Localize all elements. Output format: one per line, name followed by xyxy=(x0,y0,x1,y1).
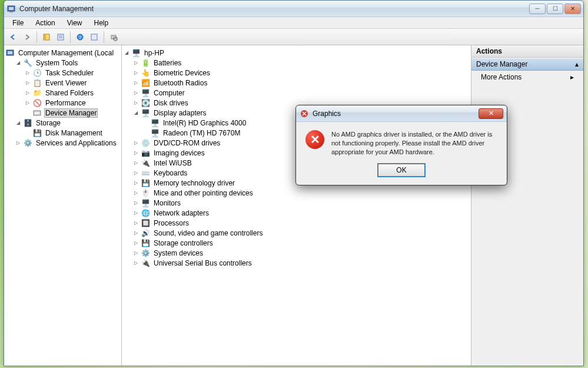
device-category[interactable]: ▷⚙️System devices xyxy=(132,248,470,258)
expand-icon[interactable]: ▷ xyxy=(132,79,139,87)
maximize-button[interactable]: ☐ xyxy=(547,4,563,14)
expand-icon[interactable]: ▷ xyxy=(132,150,139,157)
menu-help[interactable]: Help xyxy=(88,18,115,28)
category-icon: 🔋 xyxy=(141,58,150,68)
tree-performance[interactable]: ▷🚫Performance xyxy=(24,98,120,108)
tree-system-tools[interactable]: ◢ 🔧 System Tools xyxy=(15,58,120,68)
close-button[interactable]: ✕ xyxy=(564,4,581,14)
expand-icon[interactable]: ▷ xyxy=(132,100,139,107)
tree-shared-folders[interactable]: ▷📁Shared Folders xyxy=(24,88,120,98)
collapse-icon[interactable]: ◢ xyxy=(15,120,22,127)
collapse-icon[interactable]: ◢ xyxy=(15,59,22,67)
tree-label: Universal Serial Bus controllers xyxy=(152,259,253,267)
minimize-button[interactable]: ─ xyxy=(529,4,546,14)
refresh-button[interactable] xyxy=(88,31,101,44)
menubar: File Action View Help xyxy=(4,17,583,29)
tree-label: Imaging devices xyxy=(152,149,206,157)
expand-icon[interactable]: ▷ xyxy=(132,240,139,247)
actions-section-header[interactable]: Device Manager ▴ xyxy=(471,58,583,71)
collapse-icon[interactable]: ◢ xyxy=(132,110,139,117)
menu-view[interactable]: View xyxy=(61,18,88,28)
device-category[interactable]: ▷📶Bluetooth Radios xyxy=(132,78,470,88)
svg-rect-14 xyxy=(8,51,12,54)
properties-button[interactable] xyxy=(54,31,67,44)
category-icon: 🔊 xyxy=(141,228,150,238)
disk-icon: 💾 xyxy=(32,128,42,138)
tree-root[interactable]: Computer Management (Local xyxy=(5,48,120,58)
expand-icon[interactable]: ▷ xyxy=(132,200,139,207)
device-category[interactable]: ▷🖱️Mice and other pointing devices xyxy=(132,188,470,198)
device-category[interactable]: ▷🔌Universal Serial Bus controllers xyxy=(132,258,470,268)
tree-disk-management[interactable]: 💾Disk Management xyxy=(24,128,120,138)
tree-label: Keyboards xyxy=(152,169,188,177)
tree-label: Shared Folders xyxy=(44,89,95,97)
collapse-up-icon[interactable]: ▴ xyxy=(575,60,579,68)
console-tree-pane[interactable]: Computer Management (Local ◢ 🔧 System To… xyxy=(4,45,122,366)
menu-action[interactable]: Action xyxy=(29,18,61,28)
tree-label: hp-HP xyxy=(143,49,165,57)
expand-icon[interactable]: ▷ xyxy=(132,180,139,187)
category-icon: 📶 xyxy=(141,78,150,88)
expand-icon[interactable]: ▷ xyxy=(132,220,139,227)
collapse-icon[interactable]: ◢ xyxy=(123,49,130,57)
device-category[interactable]: ▷🌐Network adapters xyxy=(132,208,470,218)
device-category[interactable]: ▷🔲Processors xyxy=(132,218,470,228)
folder-icon: 📁 xyxy=(32,88,42,98)
svg-rect-4 xyxy=(44,34,46,40)
console-tree[interactable]: Computer Management (Local ◢ 🔧 System To… xyxy=(5,48,120,148)
svg-rect-5 xyxy=(58,34,64,40)
expand-icon[interactable]: ▷ xyxy=(132,69,139,77)
ok-button[interactable]: OK xyxy=(378,164,425,177)
device-root[interactable]: ◢ 🖥️ hp-HP xyxy=(123,48,470,58)
device-category[interactable]: ▷🖥️Computer xyxy=(132,88,470,98)
computer-icon: 🖥️ xyxy=(131,48,141,58)
menu-file[interactable]: File xyxy=(6,18,29,28)
expand-icon[interactable]: ▷ xyxy=(132,89,139,97)
expand-icon[interactable]: ▷ xyxy=(132,190,139,197)
expand-icon[interactable]: ▷ xyxy=(24,69,31,77)
help-button[interactable]: ? xyxy=(74,31,87,44)
expand-icon[interactable]: ▷ xyxy=(132,250,139,257)
expand-icon[interactable]: ▷ xyxy=(15,140,22,147)
dialog-titlebar[interactable]: Graphics ✕ xyxy=(296,105,507,122)
expand-icon[interactable]: ▷ xyxy=(132,160,139,167)
device-category[interactable]: ▷🔊Sound, video and game controllers xyxy=(132,228,470,238)
titlebar[interactable]: Computer Management ─ ☐ ✕ xyxy=(4,1,583,17)
expand-icon[interactable]: ▷ xyxy=(132,59,139,67)
tree-label: System Tools xyxy=(35,59,79,67)
category-icon: 🖥️ xyxy=(141,108,150,118)
device-category[interactable]: ▷🔋Batteries xyxy=(132,58,470,68)
expand-icon[interactable]: ▷ xyxy=(132,260,139,267)
expand-icon[interactable]: ▷ xyxy=(24,100,31,107)
device-tree-pane[interactable]: ◢ 🖥️ hp-HP ▷🔋Batteries▷👆Biometric Device… xyxy=(122,45,471,366)
storage-icon: 🗄️ xyxy=(23,118,32,128)
device-category[interactable]: ▷👆Biometric Devices xyxy=(132,68,470,78)
expand-icon[interactable]: ▷ xyxy=(24,79,31,87)
show-hide-tree-button[interactable] xyxy=(40,31,53,44)
expand-icon[interactable]: ▷ xyxy=(132,140,139,147)
action-more[interactable]: More Actions ▸ xyxy=(471,71,583,84)
dialog-message: No AMD graphics driver is installed, or … xyxy=(331,130,497,157)
category-icon: 📷 xyxy=(141,148,150,158)
tree-event-viewer[interactable]: ▷📋Event Viewer xyxy=(24,78,120,88)
tree-label: Services and Applications xyxy=(35,139,118,147)
app-icon xyxy=(6,4,16,14)
category-icon: 🔌 xyxy=(141,258,150,268)
tree-storage[interactable]: ◢ 🗄️ Storage xyxy=(15,118,120,128)
back-button[interactable] xyxy=(6,31,19,44)
device-category[interactable]: ▷🖥️Monitors xyxy=(132,198,470,208)
scan-hardware-button[interactable] xyxy=(107,31,120,44)
dialog-close-button[interactable]: ✕ xyxy=(479,108,503,119)
device-category[interactable]: ▷💾Storage controllers xyxy=(132,238,470,248)
expand-icon[interactable]: ▷ xyxy=(132,170,139,177)
expand-icon[interactable]: ▷ xyxy=(132,210,139,217)
category-icon: 💾 xyxy=(141,178,150,188)
tree-task-scheduler[interactable]: ▷🕒Task Scheduler xyxy=(24,68,120,78)
expand-icon[interactable]: ▷ xyxy=(24,89,31,97)
tree-label: Biometric Devices xyxy=(152,69,211,77)
expand-icon[interactable]: ▷ xyxy=(132,230,139,237)
tree-services-apps[interactable]: ▷ ⚙️ Services and Applications xyxy=(15,138,120,148)
tree-label: Computer Management (Local xyxy=(17,49,115,57)
tree-device-manager[interactable]: Device Manager xyxy=(24,108,120,118)
forward-button[interactable] xyxy=(21,31,34,44)
